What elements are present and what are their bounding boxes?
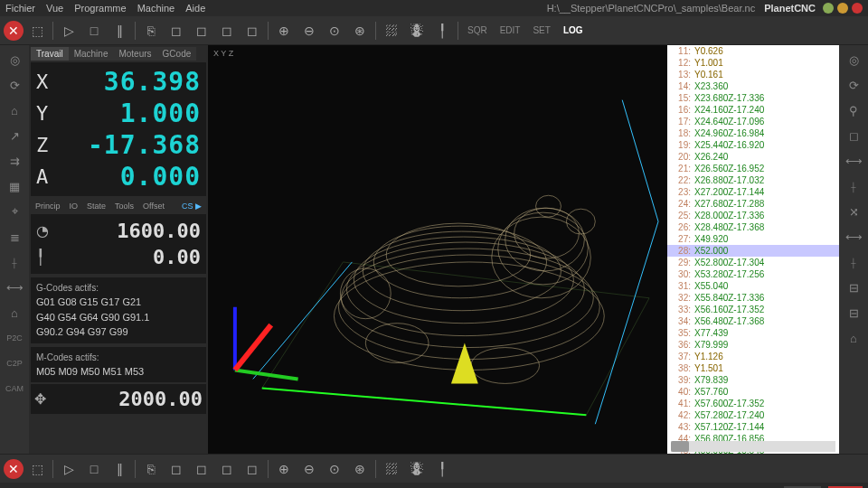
- height-icon[interactable]: ⟷: [4, 277, 25, 298]
- menu-programme[interactable]: Programme: [74, 3, 126, 14]
- box-icon[interactable]: ◻: [843, 125, 864, 146]
- coord-tab-machine[interactable]: Machine: [69, 47, 114, 61]
- gcode-line[interactable]: 42:X57.280Z-17.240: [667, 409, 839, 421]
- gcode-line[interactable]: 27:X49.920: [667, 233, 839, 245]
- cursor-icon[interactable]: ⌖: [4, 201, 25, 222]
- window1-button[interactable]: ◻: [165, 19, 188, 42]
- play2-button[interactable]: ▷: [57, 457, 80, 481]
- panel-tab-tools[interactable]: Tools: [110, 200, 138, 212]
- gcode-line[interactable]: 31:X55.040: [667, 280, 839, 292]
- gcode-line[interactable]: 17:X24.640Z-17.096: [667, 116, 839, 127]
- window3-button[interactable]: ◻: [215, 19, 239, 42]
- target2-icon[interactable]: ◎: [843, 49, 864, 70]
- gcode-line[interactable]: 43:X57.120Z-17.144: [667, 421, 839, 433]
- panel-tab-offset[interactable]: Offset: [138, 200, 169, 212]
- window4-button[interactable]: ◻: [241, 19, 264, 42]
- gcode-line[interactable]: 40:X57.760: [667, 386, 839, 398]
- gcode-line[interactable]: 16:X24.160Z-17.240: [667, 104, 839, 116]
- gcode-line[interactable]: 34:X56.480Z-17.368: [667, 315, 839, 327]
- house2-icon[interactable]: ⌂: [843, 327, 864, 349]
- target-icon[interactable]: ◎: [4, 49, 25, 70]
- log-button[interactable]: LOG: [558, 19, 589, 42]
- win22-button[interactable]: ◻: [190, 457, 213, 481]
- win24-button[interactable]: ◻: [241, 457, 264, 481]
- grid-icon[interactable]: ▦: [4, 175, 25, 197]
- menu-vue[interactable]: Vue: [46, 3, 63, 14]
- estop2-button[interactable]: ✕: [4, 459, 24, 479]
- gcode-line[interactable]: 32:X55.840Z-17.336: [667, 292, 839, 304]
- ruler-icon[interactable]: ⟊: [4, 251, 25, 273]
- set-button[interactable]: SET: [527, 19, 555, 42]
- gcode-line[interactable]: 24:X27.680Z-17.288: [667, 198, 839, 210]
- spray-button[interactable]: ⛆: [380, 19, 403, 42]
- drawer2-icon[interactable]: ⊟: [843, 302, 864, 324]
- pin-icon[interactable]: ⚲: [843, 99, 864, 121]
- tool2-button[interactable]: ╿: [430, 457, 454, 481]
- shuffle-icon[interactable]: ⤨: [843, 201, 864, 222]
- gcode-line[interactable]: 29:X52.800Z-17.304: [667, 257, 839, 268]
- gcode-scrollbar[interactable]: [671, 441, 835, 452]
- zoom-fit-button[interactable]: ⊙: [323, 19, 346, 42]
- panel-cs-button[interactable]: CS ▶: [177, 200, 206, 212]
- gcode-line[interactable]: 39:X79.839: [667, 374, 839, 386]
- gcode-line[interactable]: 26:X28.480Z-17.368: [667, 221, 839, 233]
- arrows-icon[interactable]: ⇉: [4, 150, 25, 172]
- p2c-button[interactable]: P2C: [4, 327, 25, 349]
- coord-tab-moteurs[interactable]: Moteurs: [113, 47, 156, 61]
- zoomreset2-button[interactable]: ⊛: [348, 457, 372, 481]
- arrow-icon[interactable]: ↗: [4, 125, 25, 146]
- drawer-icon[interactable]: ⊟: [843, 277, 864, 298]
- zoom-reset-button[interactable]: ⊛: [348, 19, 372, 42]
- gcode-line[interactable]: 15:X23.680Z-17.336: [667, 92, 839, 104]
- gcode-line[interactable]: 11:Y0.626: [667, 45, 839, 57]
- zoom-in-button[interactable]: ⊕: [272, 19, 296, 42]
- win21-button[interactable]: ◻: [165, 457, 188, 481]
- gcode-line[interactable]: 35:X77.439: [667, 327, 839, 339]
- zoomin2-button[interactable]: ⊕: [272, 457, 296, 481]
- panel-tab-state[interactable]: State: [82, 200, 110, 212]
- move-icon[interactable]: ✥: [34, 390, 54, 408]
- close-icon[interactable]: [852, 3, 863, 14]
- panel-tab-princip[interactable]: Princip: [31, 200, 65, 212]
- coord-tab-travail[interactable]: Travail: [31, 47, 69, 61]
- gcode-line[interactable]: 19:X25.440Z-16.920: [667, 139, 839, 151]
- gcode-line[interactable]: 18:X24.960Z-16.984: [667, 127, 839, 139]
- minimize-icon[interactable]: [823, 3, 834, 14]
- tool-button[interactable]: ╿: [430, 19, 454, 42]
- zoomfit2-button[interactable]: ⊙: [323, 457, 346, 481]
- estop-button[interactable]: ✕: [4, 21, 24, 41]
- gcode-line[interactable]: 25:X28.000Z-17.336: [667, 210, 839, 221]
- gcode-line[interactable]: 14:X23.360: [667, 80, 839, 92]
- rotate-icon[interactable]: ⟳: [4, 74, 25, 96]
- gcode-line[interactable]: 33:X56.160Z-17.352: [667, 304, 839, 315]
- gcode-line[interactable]: 37:Y1.126: [667, 351, 839, 362]
- stop2-button[interactable]: □: [82, 457, 106, 481]
- gcode-line[interactable]: 30:X53.280Z-17.256: [667, 268, 839, 280]
- mist-button[interactable]: ⛇: [405, 19, 429, 42]
- house-icon[interactable]: ⌂: [4, 302, 25, 324]
- cam-button[interactable]: CAM: [4, 378, 25, 399]
- gcode-line[interactable]: 13:Y0.161: [667, 69, 839, 80]
- pause2-button[interactable]: ‖: [108, 457, 131, 481]
- probe-icon[interactable]: ⟊: [843, 175, 864, 197]
- stop-button[interactable]: □: [82, 19, 106, 42]
- menu-fichier[interactable]: Fichier: [5, 3, 35, 14]
- height2-icon[interactable]: ⟷: [843, 150, 864, 172]
- gcode-line[interactable]: 23:X27.200Z-17.144: [667, 186, 839, 198]
- sqr-button[interactable]: SQR: [462, 19, 493, 42]
- menu-aide[interactable]: Aide: [185, 3, 205, 14]
- layers-icon[interactable]: ≣: [4, 226, 25, 248]
- 3d-viewport[interactable]: X Y Z: [208, 45, 667, 454]
- pause-button[interactable]: ‖: [108, 19, 131, 42]
- gcode-line[interactable]: 36:X79.999: [667, 339, 839, 351]
- home-icon[interactable]: ⌂: [4, 99, 25, 121]
- menu-machine[interactable]: Machine: [137, 3, 175, 14]
- mist2-button[interactable]: ⛇: [405, 457, 429, 481]
- gcode-line[interactable]: 38:Y1.501: [667, 362, 839, 374]
- measure-icon[interactable]: ⟷: [843, 226, 864, 248]
- zoom-out-button[interactable]: ⊖: [297, 19, 321, 42]
- clamp-icon[interactable]: ⟊: [843, 251, 864, 273]
- copy-button[interactable]: ⎘: [139, 19, 163, 42]
- gcode-line[interactable]: 28:X52.000: [667, 245, 839, 257]
- win23-button[interactable]: ◻: [215, 457, 239, 481]
